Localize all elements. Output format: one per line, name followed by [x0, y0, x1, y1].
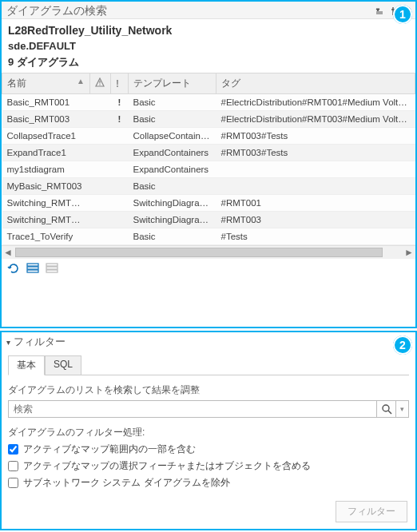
- cell-template: Basic: [129, 178, 216, 195]
- cell-template: ExpandContainers: [129, 145, 216, 161]
- header-block: L28RedTrolley_Utility_Network sde.DEFAUL…: [2, 19, 415, 73]
- cell-tags: #ElectricDistribution#RMT001#Medium Volt…: [216, 94, 415, 111]
- table-row[interactable]: Basic_RMT003!Basic#ElectricDistribution#…: [2, 111, 415, 128]
- table-row[interactable]: Switching_RMT001SwitchingDiagrams#RMT001: [2, 195, 415, 212]
- table-row[interactable]: MyBasic_RMT003Basic: [2, 178, 415, 195]
- col-header-tags-label: タグ: [221, 77, 240, 89]
- table-row[interactable]: ExpandTrace1ExpandContainers#RMT003#Test…: [2, 145, 415, 161]
- titlebar: ダイアグラムの検索: [2, 2, 415, 19]
- svg-rect-0: [99, 81, 100, 84]
- search-label: ダイアグラムのリストを検索して結果を調整: [8, 383, 409, 397]
- svg-point-8: [383, 405, 389, 411]
- tab-sql[interactable]: SQL: [45, 355, 81, 375]
- exclamation-icon: !: [116, 78, 119, 89]
- checkbox-selection[interactable]: [8, 461, 18, 471]
- cell-tags: #RMT003#Tests: [216, 128, 415, 145]
- cell-name: Basic_RMT003: [2, 111, 90, 128]
- scroll-thumb[interactable]: [15, 248, 383, 257]
- table-row[interactable]: CollapsedTrace1CollapseContainers#RMT003…: [2, 128, 415, 145]
- cell-tags: #RMT001: [216, 195, 415, 212]
- cell-consistency: [111, 128, 129, 145]
- col-header-template[interactable]: テンプレート: [129, 73, 216, 94]
- checkbox-extent[interactable]: [8, 444, 18, 455]
- svg-rect-3: [27, 267, 38, 269]
- checkbox-subnetwork-row[interactable]: サブネットワーク システム ダイアグラムを除外: [8, 476, 409, 490]
- cell-consistency: [111, 195, 129, 212]
- horizontal-scrollbar[interactable]: ◄ ►: [2, 245, 415, 259]
- col-header-name[interactable]: 名前 ▲: [2, 73, 90, 94]
- cell-warning: [90, 145, 111, 161]
- table-row[interactable]: Switching_RMT003SwitchingDiagrams#RMT003: [2, 212, 415, 228]
- checkbox-selection-row[interactable]: アクティブなマップの選択フィーチャまたはオブジェクトを含める: [8, 459, 409, 473]
- diagram-table: 名前 ▲ ! テンプレート タグ Basic_RMT00: [2, 73, 415, 245]
- scroll-right-icon[interactable]: ►: [403, 247, 415, 258]
- cell-tags: #ElectricDistribution#RMT003#Medium Volt…: [216, 111, 415, 128]
- cell-consistency: [111, 145, 129, 161]
- view-list-button[interactable]: [26, 262, 40, 275]
- action-row: フィルター: [336, 501, 407, 522]
- svg-rect-6: [46, 267, 58, 269]
- refresh-button[interactable]: [6, 262, 21, 275]
- cell-template: Basic: [129, 111, 216, 128]
- cell-warning: [90, 212, 111, 228]
- search-dropdown[interactable]: ▾: [396, 400, 409, 418]
- table-row[interactable]: Trace1_ToVerifyBasic#Tests: [2, 228, 415, 245]
- scroll-left-icon[interactable]: ◄: [2, 247, 14, 258]
- cell-consistency: !: [111, 94, 129, 111]
- cell-template: CollapseContainers: [129, 128, 216, 145]
- col-header-consistency[interactable]: !: [111, 73, 129, 94]
- filter-processing-label: ダイアグラムのフィルター処理:: [8, 426, 409, 439]
- cell-tags: [216, 161, 415, 178]
- checkbox-extent-row[interactable]: アクティブなマップ範囲内の一部を含む: [8, 443, 409, 456]
- chevron-down-icon: ▾: [6, 338, 10, 347]
- checkbox-selection-label: アクティブなマップの選択フィーチャまたはオブジェクトを含める: [23, 459, 311, 473]
- checkbox-subnetwork[interactable]: [8, 478, 18, 488]
- cell-template: ExpandContainers: [129, 161, 216, 178]
- svg-line-9: [388, 411, 391, 414]
- filter-tabs: 基本 SQL: [2, 355, 415, 375]
- cell-template: SwitchingDiagrams: [129, 212, 216, 228]
- panel-title: ダイアグラムの検索: [6, 4, 107, 18]
- search-input[interactable]: [8, 400, 377, 418]
- version-name: sde.DEFAULT: [8, 40, 409, 52]
- callout-badge-2: 2: [393, 335, 412, 355]
- cell-name: Basic_RMT001: [2, 94, 90, 111]
- search-button[interactable]: [377, 400, 396, 418]
- cell-name: my1stdiagram: [2, 161, 90, 178]
- cell-warning: [90, 178, 111, 195]
- cell-template: Basic: [129, 228, 216, 245]
- apply-filter-button[interactable]: フィルター: [336, 501, 407, 522]
- table-row[interactable]: Basic_RMT001!Basic#ElectricDistribution#…: [2, 94, 415, 111]
- cell-tags: [216, 178, 415, 195]
- cell-name: CollapsedTrace1: [2, 128, 90, 145]
- checkbox-extent-label: アクティブなマップ範囲内の一部を含む: [23, 443, 196, 456]
- svg-rect-4: [27, 270, 38, 272]
- svg-rect-2: [27, 264, 38, 266]
- cell-warning: [90, 111, 111, 128]
- col-header-template-label: テンプレート: [133, 77, 191, 89]
- svg-rect-1: [99, 85, 100, 85]
- col-header-tags[interactable]: タグ: [216, 73, 415, 94]
- cell-tags: #RMT003#Tests: [216, 145, 415, 161]
- bottom-toolbar: [2, 259, 415, 278]
- table-row[interactable]: my1stdiagramExpandContainers: [2, 161, 415, 178]
- view-compact-button[interactable]: [45, 262, 59, 275]
- scroll-track[interactable]: [15, 248, 402, 257]
- cell-warning: [90, 228, 111, 245]
- tab-basic[interactable]: 基本: [8, 355, 45, 375]
- cell-template: Basic: [129, 94, 216, 111]
- cell-consistency: [111, 212, 129, 228]
- checkbox-subnetwork-label: サブネットワーク システム ダイアグラムを除外: [23, 476, 230, 490]
- cell-name: Switching_RMT003: [2, 212, 90, 228]
- cell-warning: [90, 94, 111, 111]
- diagram-count: 9 ダイアグラム: [8, 55, 409, 69]
- filter-panel: ▾ フィルター 基本 SQL ダイアグラムのリストを検索して結果を調整 ▾ ダイ…: [0, 331, 417, 530]
- col-header-warning[interactable]: [90, 73, 111, 94]
- menu-dropdown-icon[interactable]: [374, 6, 385, 17]
- filter-header[interactable]: ▾ フィルター: [2, 332, 415, 351]
- cell-name: Trace1_ToVerify: [2, 228, 90, 245]
- cell-warning: [90, 128, 111, 145]
- cell-tags: #Tests: [216, 228, 415, 245]
- results-panel: ダイアグラムの検索 L28RedTrolley_Utility_Network …: [0, 0, 417, 328]
- tab-body: ダイアグラムのリストを検索して結果を調整 ▾ ダイアグラムのフィルター処理: ア…: [8, 375, 409, 490]
